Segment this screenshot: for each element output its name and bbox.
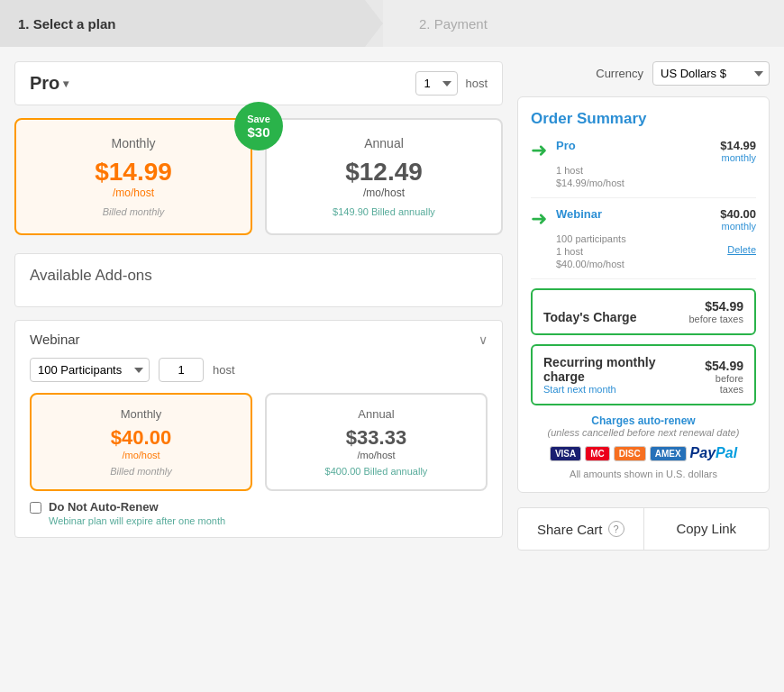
right-column: Currency US Dollars $ Euros € GBP £ Orde… bbox=[517, 61, 770, 551]
todays-charge-label: Today's Charge bbox=[543, 310, 636, 324]
webinar-item-detail2: 1 host bbox=[556, 246, 624, 257]
auto-renew-sub: (unless cancelled before next renewal da… bbox=[531, 427, 756, 438]
no-auto-renew-row: Do Not Auto-Renew Webinar plan will expi… bbox=[30, 500, 488, 526]
webinar-annual-price: $33.33 bbox=[276, 426, 477, 450]
webinar-item-freq: monthly bbox=[720, 221, 756, 232]
stepper: 1. Select a plan 2. Payment bbox=[0, 0, 784, 47]
webinar-chevron-icon: ∨ bbox=[479, 332, 488, 347]
monthly-per-host: /mo/host bbox=[29, 187, 238, 199]
participants-select[interactable]: 100 Participants 500 Participants 1000 P… bbox=[30, 358, 150, 382]
webinar-header[interactable]: Webinar ∨ bbox=[30, 332, 488, 347]
save-badge-line1: Save bbox=[247, 114, 270, 124]
webinar-host-qty[interactable] bbox=[159, 358, 204, 382]
recurring-charge-box: Recurring monthly charge Start next mont… bbox=[531, 344, 756, 405]
webinar-annual-per-host: /mo/host bbox=[276, 450, 477, 460]
pro-item-detail2: $14.99/mo/host bbox=[556, 178, 756, 188]
webinar-monthly-per-host: /mo/host bbox=[41, 450, 242, 460]
webinar-monthly-price: $40.00 bbox=[41, 426, 242, 450]
pro-item-detail1: 1 host bbox=[556, 165, 756, 176]
order-summary: Order Summary ➜ Pro $14.99 monthly 1 hos… bbox=[517, 96, 770, 493]
share-cart-label: Share Cart bbox=[537, 522, 603, 537]
currency-label: Currency bbox=[596, 67, 643, 80]
recurring-charge-amount: $54.99 bbox=[692, 359, 743, 373]
annual-price: $12.49 bbox=[279, 158, 488, 187]
recurring-charge-sub2: before taxes bbox=[692, 373, 743, 395]
host-label: host bbox=[465, 77, 488, 90]
webinar-item-price: $40.00 bbox=[720, 207, 756, 221]
pro-item-price: $14.99 bbox=[720, 139, 756, 152]
step-1-label: 1. Select a plan bbox=[18, 16, 115, 32]
share-cart-help-icon: ? bbox=[608, 521, 624, 537]
step-2-label: 2. Payment bbox=[419, 16, 488, 32]
webinar-item-name: Webinar bbox=[556, 207, 602, 221]
payment-icons: VISA MC DISC AMEX PayPal bbox=[531, 445, 756, 461]
todays-charge-sub: before taxes bbox=[688, 314, 743, 324]
monthly-period: Monthly bbox=[29, 136, 238, 150]
annual-billed: $149.90 Billed annually bbox=[279, 206, 488, 217]
auto-renew-title: Charges auto-renew bbox=[531, 414, 756, 427]
annual-per-host: /mo/host bbox=[279, 187, 488, 199]
webinar-controls: 100 Participants 500 Participants 1000 P… bbox=[30, 358, 488, 382]
plan-selector-row: Pro ▾ 1 2 5 10 host bbox=[14, 61, 503, 105]
left-column: Pro ▾ 1 2 5 10 host Save $30 Monthly bbox=[14, 61, 503, 551]
order-item-webinar: ➜ Webinar $40.00 monthly 100 participant… bbox=[531, 207, 756, 279]
pro-arrow-icon: ➜ bbox=[531, 139, 547, 162]
plan-name-label: Pro bbox=[30, 73, 59, 94]
amex-icon: AMEX bbox=[650, 446, 687, 461]
share-cart-button[interactable]: Share Cart ? bbox=[518, 508, 644, 550]
currency-select[interactable]: US Dollars $ Euros € GBP £ bbox=[652, 61, 770, 86]
monthly-billed: Billed monthly bbox=[29, 206, 238, 217]
webinar-monthly-billed: Billed monthly bbox=[41, 466, 242, 477]
webinar-item-detail3: $40.00/mo/host bbox=[556, 259, 624, 269]
webinar-annual-period: Annual bbox=[276, 407, 477, 421]
currency-row: Currency US Dollars $ Euros € GBP £ bbox=[517, 61, 770, 86]
webinar-annual-billed: $400.00 Billed annually bbox=[276, 466, 477, 477]
addons-section: Available Add-ons bbox=[14, 253, 503, 307]
host-qty-select[interactable]: 1 2 5 10 bbox=[415, 71, 458, 96]
webinar-pricing-cards: Monthly $40.00 /mo/host Billed monthly A… bbox=[30, 393, 488, 491]
no-auto-renew-label: Do Not Auto-Renew bbox=[49, 500, 225, 514]
host-selector: 1 2 5 10 host bbox=[415, 71, 488, 96]
currency-note: All amounts shown in U.S. dollars bbox=[531, 469, 756, 479]
webinar-item-detail1: 100 participants bbox=[556, 233, 756, 244]
step-1[interactable]: 1. Select a plan bbox=[0, 0, 383, 47]
step-2[interactable]: 2. Payment bbox=[383, 0, 784, 47]
visa-icon: VISA bbox=[550, 446, 581, 461]
monthly-price: $14.99 bbox=[29, 158, 238, 187]
todays-charge-box: Today's Charge $54.99 before taxes bbox=[531, 288, 756, 335]
plan-dropdown-arrow: ▾ bbox=[63, 77, 68, 90]
save-badge: Save $30 bbox=[234, 102, 283, 150]
mastercard-icon: MC bbox=[585, 446, 610, 461]
auto-renew-notice: Charges auto-renew (unless cancelled bef… bbox=[531, 414, 756, 438]
webinar-monthly-card[interactable]: Monthly $40.00 /mo/host Billed monthly bbox=[30, 393, 252, 491]
plan-dropdown[interactable]: Pro ▾ bbox=[30, 73, 68, 94]
copy-link-label: Copy Link bbox=[676, 521, 736, 536]
main-layout: Pro ▾ 1 2 5 10 host Save $30 Monthly bbox=[0, 47, 784, 565]
addons-title: Available Add-ons bbox=[30, 267, 488, 285]
annual-period: Annual bbox=[279, 136, 488, 150]
order-summary-title: Order Summary bbox=[531, 110, 756, 128]
paypal-icon: PayPal bbox=[690, 445, 737, 461]
bottom-buttons: Share Cart ? Copy Link bbox=[517, 507, 770, 551]
no-auto-renew-sublabel: Webinar plan will expire after one month bbox=[49, 515, 225, 526]
webinar-section: Webinar ∨ 100 Participants 500 Participa… bbox=[14, 320, 503, 538]
discover-icon: DISC bbox=[614, 446, 646, 461]
webinar-delete-button[interactable]: Delete bbox=[727, 244, 756, 269]
annual-plan-card[interactable]: Annual $12.49 /mo/host $149.90 Billed an… bbox=[265, 118, 503, 235]
save-badge-amount: $30 bbox=[247, 124, 269, 140]
order-item-pro: ➜ Pro $14.99 monthly 1 host $14.99/mo/ho… bbox=[531, 139, 756, 198]
pro-item-freq: monthly bbox=[720, 152, 756, 163]
recurring-charge-label: Recurring monthly charge bbox=[543, 355, 692, 384]
no-auto-renew-checkbox[interactable] bbox=[30, 502, 41, 514]
pro-item-name: Pro bbox=[556, 139, 576, 152]
copy-link-button[interactable]: Copy Link bbox=[644, 508, 770, 550]
recurring-charge-sub: Start next month bbox=[543, 384, 692, 395]
monthly-plan-card[interactable]: Monthly $14.99 /mo/host Billed monthly bbox=[14, 118, 252, 235]
webinar-arrow-icon: ➜ bbox=[531, 207, 547, 231]
pricing-cards: Save $30 Monthly $14.99 /mo/host Billed … bbox=[14, 118, 503, 235]
webinar-annual-card[interactable]: Annual $33.33 /mo/host $400.00 Billed an… bbox=[265, 393, 488, 491]
todays-charge-amount: $54.99 bbox=[688, 299, 743, 314]
webinar-title: Webinar bbox=[30, 332, 80, 347]
webinar-host-label: host bbox=[213, 363, 235, 377]
webinar-monthly-period: Monthly bbox=[41, 407, 242, 421]
